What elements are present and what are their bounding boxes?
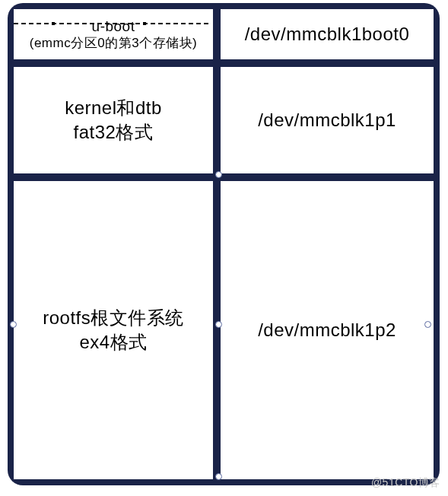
rootfs-line1: rootfs根文件系统 — [43, 306, 184, 330]
kernel-line1: kernel和dtb — [65, 96, 162, 120]
diagram-frame: u-boot (emmc分区0的第3个存储块) /dev/mmcblk1boot… — [8, 3, 440, 485]
row-uboot: u-boot (emmc分区0的第3个存储块) /dev/mmcblk1boot… — [14, 9, 434, 59]
uboot-device-path: /dev/mmcblk1boot0 — [245, 22, 410, 46]
row-kernel: kernel和dtb fat32格式 /dev/mmcblk1p1 — [14, 67, 434, 173]
cell-rootfs-desc: rootfs根文件系统 ex4格式 — [14, 181, 213, 479]
watermark-text: @51CTO博客 — [371, 476, 440, 490]
selection-handle-icon — [10, 321, 17, 328]
uboot-title: u-boot — [92, 17, 135, 36]
kernel-device-path: /dev/mmcblk1p1 — [258, 108, 396, 132]
rootfs-line2: ex4格式 — [79, 330, 147, 355]
diagram-grid: u-boot (emmc分区0的第3个存储块) /dev/mmcblk1boot… — [14, 9, 434, 479]
cell-uboot-desc: u-boot (emmc分区0的第3个存储块) — [14, 9, 213, 59]
selection-handle-icon — [215, 473, 222, 480]
kernel-line2: fat32格式 — [74, 120, 154, 145]
uboot-subtitle: (emmc分区0的第3个存储块) — [30, 35, 198, 51]
row-rootfs: rootfs根文件系统 ex4格式 /dev/mmcblk1p2 — [14, 181, 434, 479]
selection-handle-icon — [215, 321, 222, 328]
cell-kernel-desc: kernel和dtb fat32格式 — [14, 67, 213, 173]
rootfs-device-path: /dev/mmcblk1p2 — [258, 318, 396, 342]
cell-uboot-device: /dev/mmcblk1boot0 — [221, 9, 434, 59]
cell-rootfs-device: /dev/mmcblk1p2 — [221, 181, 434, 479]
cell-kernel-device: /dev/mmcblk1p1 — [221, 67, 434, 173]
selection-handle-icon — [215, 171, 222, 178]
selection-handle-icon — [424, 321, 431, 328]
